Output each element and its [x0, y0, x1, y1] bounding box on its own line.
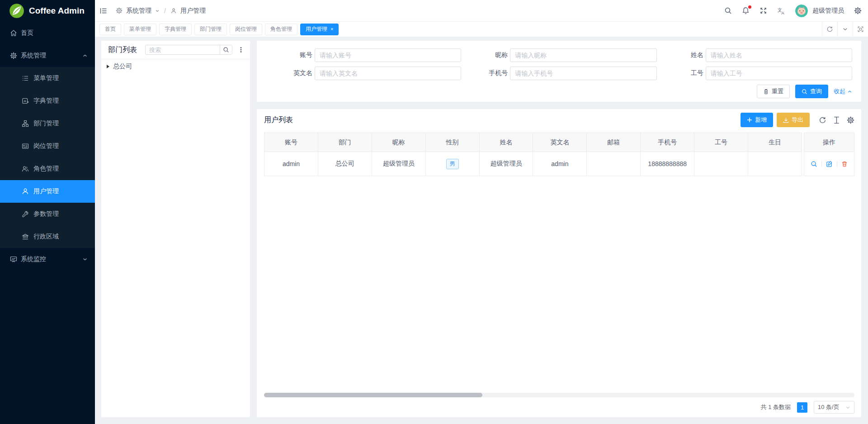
app-logo: Coffee Admin	[0, 0, 95, 22]
sidebar-item-dept-mgmt[interactable]: 部门管理	[0, 112, 95, 135]
name-input[interactable]	[706, 48, 852, 62]
cell-dept: 总公司	[318, 152, 372, 176]
roles-icon	[22, 165, 29, 172]
edit-icon[interactable]	[826, 161, 833, 167]
search-icon[interactable]	[724, 7, 732, 14]
view-icon[interactable]	[811, 161, 817, 167]
notification-bell[interactable]	[742, 7, 750, 14]
sidebar-item-menu-mgmt[interactable]: 菜单管理	[0, 67, 95, 90]
col-dept[interactable]: 部门	[318, 133, 372, 152]
tab-menu-mgmt[interactable]: 菜单管理	[124, 24, 156, 35]
chevron-down-icon	[155, 9, 160, 13]
department-tree: 总公司	[101, 59, 250, 74]
column-settings-gear-icon[interactable]	[847, 116, 854, 124]
user-list-panel: 用户列表 新增 导出	[257, 109, 861, 417]
topbar: 系统管理 / 用户管理 文A 超级管理员	[95, 0, 868, 22]
pagination-total: 共 1 条数据	[761, 403, 791, 411]
refresh-tab-icon[interactable]	[822, 22, 837, 37]
reset-button[interactable]: 重置	[757, 85, 790, 98]
tab-home[interactable]: 首页	[99, 24, 121, 35]
content-fullscreen-icon[interactable]	[853, 22, 868, 37]
phone-input[interactable]	[510, 67, 656, 80]
department-search-input[interactable]	[146, 47, 220, 53]
col-job-no[interactable]: 工号	[694, 133, 748, 152]
cell-job-no	[694, 152, 748, 176]
department-search-box	[145, 45, 232, 55]
breadcrumb-group[interactable]: 系统管理	[126, 7, 151, 15]
svg-text:A: A	[782, 10, 784, 15]
collapse-filter-link[interactable]: 收起	[834, 87, 852, 95]
nickname-input[interactable]	[510, 48, 656, 62]
department-panel-header: 部门列表	[101, 41, 250, 59]
tab-options-chevron-icon[interactable]	[837, 22, 853, 37]
person-icon	[170, 8, 177, 14]
table-header-row: 账号 部门 昵称 性别 姓名 英文名 邮箱 手机号	[264, 133, 802, 152]
page-size-select[interactable]: 10 条/页	[814, 401, 854, 414]
tree-node-root[interactable]: 总公司	[107, 61, 245, 72]
col-phone[interactable]: 手机号	[641, 133, 694, 152]
col-nickname[interactable]: 昵称	[372, 133, 425, 152]
col-name[interactable]: 姓名	[479, 133, 533, 152]
collapse-sidebar-icon[interactable]	[99, 7, 108, 15]
col-email[interactable]: 邮箱	[587, 133, 641, 152]
gear-icon	[116, 7, 123, 14]
fullscreen-icon[interactable]	[760, 7, 767, 14]
dictionary-icon: A	[22, 97, 29, 105]
table-main: 账号 部门 昵称 性别 姓名 英文名 邮箱 手机号	[264, 133, 802, 176]
tab-user-mgmt[interactable]: 用户管理×	[300, 24, 339, 35]
col-account[interactable]: 账号	[264, 133, 318, 152]
eraser-icon	[763, 89, 769, 95]
cell-phone: 18888888888	[641, 152, 694, 176]
filter-row: 英文名 手机号 工号	[266, 67, 852, 80]
breadcrumb-page: 用户管理	[180, 7, 206, 15]
delete-icon[interactable]	[841, 161, 848, 167]
filter-actions: 重置 查询 收起	[266, 85, 852, 98]
col-birthday[interactable]: 生日	[748, 133, 802, 152]
translate-icon[interactable]: 文A	[777, 7, 785, 15]
user-menu[interactable]: 超级管理员	[795, 5, 844, 17]
add-button[interactable]: 新增	[741, 113, 773, 127]
tree-expand-caret-icon[interactable]	[107, 65, 109, 68]
sidebar-item-post-mgmt[interactable]: 岗位管理	[0, 135, 95, 157]
sidebar-item-role-mgmt[interactable]: 角色管理	[0, 157, 95, 180]
tab-dept-mgmt[interactable]: 部门管理	[194, 24, 227, 35]
page-1-button[interactable]: 1	[797, 402, 807, 413]
en-name-input[interactable]	[315, 67, 461, 80]
sidebar-item-param-mgmt[interactable]: 参数管理	[0, 203, 95, 225]
more-options-icon[interactable]	[238, 47, 244, 53]
user-table: 账号 部门 昵称 性别 姓名 英文名 邮箱 手机号	[264, 133, 854, 176]
right-column: 账号 昵称 姓名 英文名	[257, 41, 861, 417]
tab-bar: 首页 菜单管理 字典管理 部门管理 岗位管理 角色管理 用户管理×	[95, 22, 868, 37]
tab-role-mgmt[interactable]: 角色管理	[265, 24, 297, 35]
settings-gear-icon[interactable]	[854, 7, 862, 14]
sidebar-item-user-mgmt[interactable]: 用户管理	[0, 180, 95, 203]
col-gender[interactable]: 性别	[425, 133, 479, 152]
sidebar-item-dict-mgmt[interactable]: A 字典管理	[0, 90, 95, 112]
account-input[interactable]	[315, 48, 461, 62]
avatar	[795, 5, 808, 17]
tree-node-label: 总公司	[113, 62, 132, 71]
row-height-icon[interactable]	[833, 116, 840, 124]
scrollbar-thumb[interactable]	[264, 393, 482, 397]
field-label: 昵称	[461, 51, 508, 59]
job-no-input[interactable]	[706, 67, 852, 80]
col-en-name[interactable]: 英文名	[533, 133, 587, 152]
horizontal-scrollbar[interactable]	[264, 393, 854, 397]
search-button[interactable]: 查询	[795, 85, 828, 98]
cell-gender: 男	[425, 152, 479, 176]
sidebar-group-system[interactable]: 系统管理	[0, 44, 95, 67]
filter-field-job-no: 工号	[657, 67, 852, 80]
filter-field-name: 姓名	[657, 48, 852, 62]
tab-close-icon[interactable]: ×	[330, 27, 333, 32]
cell-email	[587, 152, 641, 176]
export-button[interactable]: 导出	[777, 113, 810, 127]
sidebar-item-label: 字典管理	[33, 97, 59, 105]
refresh-icon[interactable]	[819, 116, 826, 124]
sidebar-item-home[interactable]: 首页	[0, 22, 95, 44]
tab-post-mgmt[interactable]: 岗位管理	[230, 24, 262, 35]
sidebar-group-monitor[interactable]: 系统监控	[0, 248, 95, 271]
cell-account: admin	[264, 152, 318, 176]
sidebar-item-region-mgmt[interactable]: 行政区域	[0, 225, 95, 248]
tab-dict-mgmt[interactable]: 字典管理	[159, 24, 192, 35]
department-search-button[interactable]	[220, 45, 232, 54]
